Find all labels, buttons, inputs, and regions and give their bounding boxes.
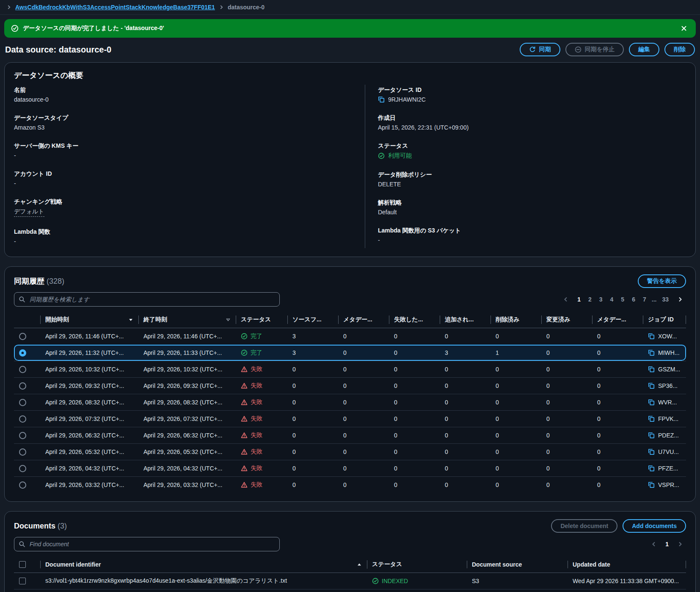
row-radio[interactable] <box>19 481 26 489</box>
documents-panel: Documents (3) Delete document Add docume… <box>4 511 696 592</box>
end-time-cell: April 29, 2026, 11:33 (UTC+... <box>138 345 236 360</box>
status-cell: 完了 <box>236 345 287 361</box>
end-time-cell: April 29, 2026, 03:32 (UTC+... <box>138 477 236 492</box>
field-chunking-strategy: チャンキング戦略 デフォルト <box>14 198 365 217</box>
field-account-id: アカウント ID - <box>14 170 365 187</box>
copy-icon[interactable] <box>648 382 655 389</box>
end-time-cell: April 29, 2026, 09:32 (UTC+... <box>138 378 236 393</box>
table-row[interactable]: s3://vol1-ybt4k1rzrw9nzk8gxwrbp4as4o7d4u… <box>14 589 686 592</box>
document-identifier-cell: s3://vol1-ybt4k1rzrw9nzk8gxwrbp4as4o7d4u… <box>40 589 367 592</box>
row-radio[interactable] <box>19 366 26 373</box>
sync-history-pagination: 1234567...33 <box>560 295 686 304</box>
start-time-cell: April 29, 2026, 09:32 (UTC+... <box>40 378 138 393</box>
pagination-page-2[interactable]: 2 <box>584 295 595 304</box>
status-cell: 失敗 <box>236 444 287 460</box>
table-row[interactable]: April 29, 2026, 10:32 (UTC+... April 29,… <box>14 361 686 377</box>
stop-sync-button[interactable]: 同期を停止 <box>565 43 624 56</box>
copy-icon[interactable] <box>648 415 655 422</box>
edit-button[interactable]: 編集 <box>629 43 659 56</box>
row-checkbox[interactable] <box>19 578 26 584</box>
status-cell: 失敗 <box>236 427 287 443</box>
table-row[interactable]: s3://vol1-ybt4k1rzrw9nzk8gxwrbp4as4o7d4u… <box>14 573 686 589</box>
pagination-page-6[interactable]: 6 <box>628 295 639 304</box>
show-warnings-button[interactable]: 警告を表示 <box>638 274 686 288</box>
status-text: INDEXED <box>382 578 408 584</box>
column-header-updated-date: Updated date <box>568 557 686 572</box>
copy-icon[interactable] <box>648 366 655 373</box>
chunking-strategy-value[interactable]: デフォルト <box>14 208 44 217</box>
documents-search-input[interactable] <box>14 537 280 551</box>
pagination-page-3[interactable]: 3 <box>595 295 606 304</box>
breadcrumb-link-knowledgebase[interactable]: AwsCdkBedrockKbWithS3AccessPointStackKno… <box>15 4 215 11</box>
column-header-document-source: Document source <box>467 557 568 572</box>
documents-title: Documents (3) <box>14 522 67 531</box>
copy-icon[interactable] <box>648 399 655 406</box>
sync-history-search-input[interactable] <box>14 292 280 307</box>
pagination-page-33[interactable]: 33 <box>658 295 672 304</box>
table-row[interactable]: April 29, 2026, 04:32 (UTC+... April 29,… <box>14 460 686 476</box>
success-check-icon <box>241 349 248 356</box>
end-time-cell: April 29, 2026, 08:32 (UTC+... <box>138 395 236 410</box>
row-radio[interactable] <box>19 432 26 439</box>
table-row[interactable]: April 29, 2026, 11:46 (UTC+... April 29,… <box>14 328 686 344</box>
delete-button[interactable]: 削除 <box>664 43 695 56</box>
table-row[interactable]: April 29, 2026, 05:32 (UTC+... April 29,… <box>14 443 686 460</box>
field-created-date: 作成日 April 15, 2026, 22:31 (UTC+09:00) <box>378 114 686 131</box>
pagination-page-4[interactable]: 4 <box>606 295 617 304</box>
sort-ascending-icon <box>357 562 362 567</box>
field-name: 名前 datasource-0 <box>14 86 365 103</box>
copy-icon[interactable] <box>648 481 655 488</box>
page-header: Data source: datasource-0 同期 同期を停止 編集 削除 <box>5 43 695 56</box>
column-header-doc-status: ステータス <box>367 556 467 573</box>
row-radio[interactable] <box>19 415 26 423</box>
copy-icon[interactable] <box>648 465 655 472</box>
copy-icon[interactable] <box>648 333 655 340</box>
select-all-checkbox[interactable] <box>19 561 26 568</box>
row-radio[interactable] <box>19 448 26 456</box>
pagination-prev-icon[interactable] <box>648 540 660 548</box>
row-radio[interactable] <box>19 465 26 472</box>
column-header-end-time[interactable]: 終了時刻 <box>138 312 236 328</box>
table-row[interactable]: April 29, 2026, 08:32 (UTC+... April 29,… <box>14 394 686 410</box>
pagination-prev-icon[interactable] <box>560 295 572 304</box>
column-header-start-time[interactable]: 開始時刻 <box>40 312 138 328</box>
column-header-document-identifier[interactable]: Document identifier <box>40 557 367 572</box>
job-id-text: U7VU... <box>658 448 679 455</box>
row-radio[interactable] <box>19 333 26 340</box>
row-radio[interactable] <box>19 399 26 406</box>
pagination-page-5[interactable]: 5 <box>617 295 628 304</box>
search-icon <box>19 296 25 303</box>
sort-descending-icon <box>128 317 133 322</box>
copy-icon[interactable] <box>648 448 655 455</box>
table-row[interactable]: April 29, 2026, 11:32 (UTC+... April 29,… <box>14 344 686 361</box>
copy-icon[interactable] <box>648 349 655 356</box>
row-radio[interactable] <box>19 349 26 357</box>
pagination-next-icon[interactable] <box>674 295 686 304</box>
copy-icon[interactable] <box>378 96 385 103</box>
job-id-cell: VSPR... <box>643 477 686 492</box>
updated-date-cell: Wed Apr 29 2026 11:33:38 GMT+0900... <box>568 590 686 592</box>
column-header-deleted: 削除済み <box>491 312 541 328</box>
job-id-text: GSZM... <box>658 366 680 373</box>
sync-button[interactable]: 同期 <box>520 43 560 56</box>
table-row[interactable]: April 29, 2026, 06:32 (UTC+... April 29,… <box>14 427 686 443</box>
field-lambda-s3-bucket: Lambda 関数用の S3 バケット - <box>378 227 686 243</box>
chevron-right-icon <box>6 4 12 10</box>
delete-document-button[interactable]: Delete document <box>551 519 617 533</box>
pagination-next-icon[interactable] <box>674 540 686 548</box>
table-row[interactable]: April 29, 2026, 09:32 (UTC+... April 29,… <box>14 377 686 394</box>
row-radio[interactable] <box>19 382 26 390</box>
job-id-text: FPVK... <box>658 415 678 422</box>
pagination-page-7[interactable]: 7 <box>639 295 650 304</box>
copy-icon[interactable] <box>648 432 655 439</box>
close-icon[interactable] <box>679 23 689 33</box>
status-text: 失敗 <box>251 448 262 456</box>
table-row[interactable]: April 29, 2026, 07:32 (UTC+... April 29,… <box>14 410 686 427</box>
pagination-page-1[interactable]: 1 <box>661 540 672 548</box>
pagination-page-1[interactable]: 1 <box>573 295 584 304</box>
status-text: 失敗 <box>251 465 262 472</box>
add-documents-button[interactable]: Add documents <box>623 519 686 533</box>
table-row[interactable]: April 29, 2026, 03:32 (UTC+... April 29,… <box>14 476 686 493</box>
status-cell: 失敗 <box>236 411 287 427</box>
warning-triangle-icon <box>241 448 248 455</box>
